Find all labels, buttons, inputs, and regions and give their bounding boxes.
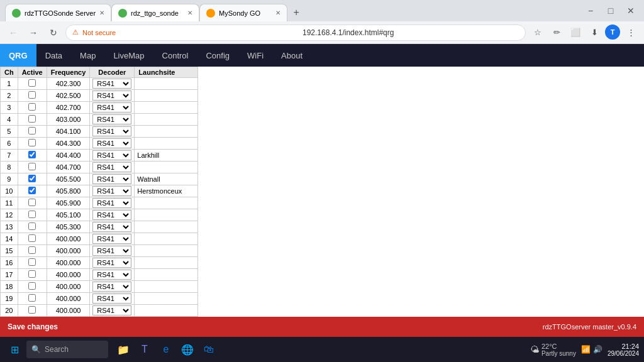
checkbox-active-13[interactable] [28,222,36,230]
cell-decoder-13[interactable]: RS41RS92DFMM10M20IMET [90,221,135,233]
nav-map[interactable]: Map [71,44,104,67]
taskbar-app-store[interactable]: 🛍 [199,339,219,359]
cell-active-5[interactable] [18,126,47,138]
pen-button[interactable]: ✏ [548,25,565,41]
weather-widget[interactable]: 🌤 22°C Partly sunny [530,343,576,357]
checkbox-active-18[interactable] [28,282,36,290]
screenshot-button[interactable]: ⬜ [567,25,584,41]
select-decoder-15[interactable]: RS41RS92DFMM10M20IMET [92,246,131,256]
select-decoder-16[interactable]: RS41RS92DFMM10M20IMET [92,258,131,268]
address-bar[interactable]: ⚠ Not secure 192.168.4.1/index.html#qrg [65,25,526,41]
cell-decoder-9[interactable]: RS41RS92DFMM10M20IMET [90,173,135,185]
checkbox-active-5[interactable] [28,127,36,134]
tab-1[interactable]: rdzTTGOSonde Server ✕ [5,4,111,21]
cell-decoder-8[interactable]: RS41RS92DFMM10M20IMET [90,162,135,173]
volume-icon[interactable]: 🔊 [593,345,602,354]
select-decoder-10[interactable]: RS41RS92DFMM10M20IMET [92,186,131,196]
select-decoder-20[interactable]: RS41RS92DFMM10M20IMET [92,305,131,315]
cell-active-12[interactable] [18,209,47,221]
checkbox-active-16[interactable] [28,258,36,266]
select-decoder-3[interactable]: RS41RS92DFMM10M20IMET [92,102,131,112]
cell-active-17[interactable] [18,269,47,281]
checkbox-active-11[interactable] [28,199,36,206]
taskbar-app-teams[interactable]: T [135,339,155,359]
cell-decoder-3[interactable]: RS41RS92DFMM10M20IMET [90,102,135,114]
cell-active-15[interactable] [18,245,47,257]
checkbox-active-20[interactable] [28,306,36,314]
checkbox-active-17[interactable] [28,270,36,278]
nav-wifi[interactable]: WiFi [238,44,272,67]
nav-about[interactable]: About [272,44,311,67]
checkbox-active-9[interactable] [28,175,36,182]
cell-active-20[interactable] [18,305,47,317]
cell-decoder-20[interactable]: RS41RS92DFMM10M20IMET [90,305,135,317]
cell-active-1[interactable] [18,78,47,90]
select-decoder-11[interactable]: RS41RS92DFMM10M20IMET [92,198,131,208]
taskbar-search[interactable]: 🔍 Search [26,341,108,358]
cell-active-14[interactable] [18,233,47,245]
select-decoder-13[interactable]: RS41RS92DFMM10M20IMET [92,222,131,232]
select-decoder-8[interactable]: RS41RS92DFMM10M20IMET [92,162,131,172]
tab-2[interactable]: rdz_ttgo_sonde ✕ [111,4,199,21]
select-decoder-17[interactable]: RS41RS92DFMM10M20IMET [92,270,131,280]
cell-decoder-17[interactable]: RS41RS92DFMM10M20IMET [90,269,135,281]
save-changes-button[interactable]: Save changes [8,322,58,331]
taskbar-app-edge[interactable]: e [156,339,176,359]
cell-decoder-10[interactable]: RS41RS92DFMM10M20IMET [90,185,135,197]
tab-close-1[interactable]: ✕ [99,9,104,16]
select-decoder-2[interactable]: RS41RS92DFMM10M20IMET [92,90,131,101]
tab-close-3[interactable]: ✕ [275,9,280,16]
select-decoder-18[interactable]: RS41RS92DFMM10M20IMET [92,282,131,292]
select-decoder-4[interactable]: RS41RS92DFMM10M20IMET [92,114,131,124]
close-window-button[interactable]: ✕ [623,3,639,19]
cell-decoder-5[interactable]: RS41RS92DFMM10M20IMET [90,126,135,138]
select-decoder-6[interactable]: RS41RS92DFMM10M20IMET [92,138,131,148]
checkbox-active-12[interactable] [28,211,36,218]
cell-decoder-6[interactable]: RS41RS92DFMM10M20IMET [90,138,135,150]
cell-active-3[interactable] [18,102,47,114]
cell-active-9[interactable] [18,173,47,185]
cell-active-10[interactable] [18,185,47,197]
checkbox-active-19[interactable] [28,294,36,302]
select-decoder-14[interactable]: RS41RS92DFMM10M20IMET [92,234,131,244]
cell-decoder-4[interactable]: RS41RS92DFMM10M20IMET [90,114,135,126]
checkbox-active-10[interactable] [28,187,36,194]
cell-decoder-16[interactable]: RS41RS92DFMM10M20IMET [90,257,135,269]
menu-button[interactable]: ⋮ [623,25,639,41]
minimize-button[interactable]: − [582,3,599,19]
cell-active-7[interactable] [18,150,47,162]
cell-active-11[interactable] [18,197,47,209]
cell-active-13[interactable] [18,221,47,233]
cell-active-4[interactable] [18,114,47,126]
download-button[interactable]: ⬇ [586,25,602,41]
select-decoder-9[interactable]: RS41RS92DFMM10M20IMET [92,174,131,184]
nav-qrg[interactable]: QRG [0,44,36,67]
nav-control[interactable]: Control [153,44,197,67]
maximize-button[interactable]: □ [602,3,619,19]
network-icon[interactable]: 📶 [581,345,591,354]
tab-close-2[interactable]: ✕ [187,9,192,16]
profile-button[interactable]: T [605,25,620,40]
cell-decoder-1[interactable]: RS41RS92DFMM10M20IMET [90,78,135,90]
clock-widget[interactable]: 21:24 29/06/2024 [608,343,639,357]
cell-active-18[interactable] [18,281,47,293]
checkbox-active-15[interactable] [28,246,36,254]
cell-decoder-19[interactable]: RS41RS92DFMM10M20IMET [90,293,135,305]
start-button[interactable]: ⊞ [5,340,24,359]
back-button[interactable]: ← [5,25,21,41]
cell-decoder-15[interactable]: RS41RS92DFMM10M20IMET [90,245,135,257]
checkbox-active-4[interactable] [28,115,36,123]
new-tab-button[interactable]: + [287,4,305,21]
checkbox-active-3[interactable] [28,103,36,111]
cell-decoder-14[interactable]: RS41RS92DFMM10M20IMET [90,233,135,245]
select-decoder-7[interactable]: RS41RS92DFMM10M20IMET [92,150,131,160]
cell-decoder-7[interactable]: RS41RS92DFMM10M20IMET [90,150,135,162]
checkbox-active-1[interactable] [28,79,36,87]
bookmark-button[interactable]: ☆ [530,25,546,41]
cell-decoder-11[interactable]: RS41RS92DFMM10M20IMET [90,197,135,209]
cell-decoder-12[interactable]: RS41RS92DFMM10M20IMET [90,209,135,221]
select-decoder-19[interactable]: RS41RS92DFMM10M20IMET [92,293,131,304]
select-decoder-5[interactable]: RS41RS92DFMM10M20IMET [92,126,131,136]
cell-decoder-18[interactable]: RS41RS92DFMM10M20IMET [90,281,135,293]
reload-button[interactable]: ↻ [45,25,62,41]
